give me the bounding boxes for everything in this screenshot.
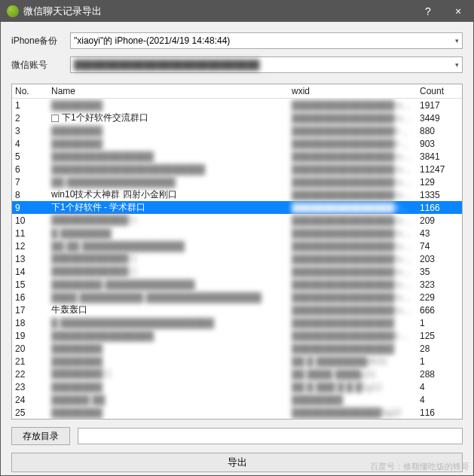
cell-no: 16: [12, 291, 48, 304]
cell-no: 24: [12, 393, 48, 407]
cell-wxid: ████████████████troom: [289, 137, 417, 151]
backup-row: iPhone备份 "xiaoyi"的 iPhone-(2021/4/19 14:…: [11, 32, 463, 49]
backup-select[interactable]: "xiaoyi"的 iPhone-(2021/4/19 14:48:44) ▾: [70, 32, 463, 49]
cell-count: 323: [417, 278, 462, 291]
cell-no: 21: [12, 355, 48, 368]
cell-no: 19: [12, 329, 48, 343]
table-row[interactable]: 1████████████████████████room1917: [12, 99, 462, 111]
table-row[interactable]: 25██████████████████████5g22116: [12, 406, 462, 419]
table-row[interactable]: 16████ ██████████ ██████████████████████…: [12, 291, 462, 304]
table-row[interactable]: 10████████████口████████████████room209: [12, 214, 462, 227]
cell-count: 28: [417, 342, 462, 355]
app-icon: [7, 5, 19, 17]
cell-no: 10: [12, 214, 48, 227]
table-row[interactable]: 3████████████████████████troom880: [12, 124, 462, 137]
cell-wxid: ██ █ ███ █ █ █1g12: [289, 380, 417, 394]
account-select[interactable]: █████████████████████████████ ▾: [70, 56, 463, 73]
cell-name: ████████████████████████: [48, 163, 289, 176]
cell-no: 13: [12, 252, 48, 266]
th-count[interactable]: Count: [417, 84, 462, 98]
table-row[interactable]: 2下1个好软件交流群口████████████████room3449: [12, 111, 462, 124]
cell-no: 17: [12, 304, 48, 317]
cell-no: 4: [12, 137, 48, 151]
cell-no: 6: [12, 163, 48, 176]
cell-wxid: ████████████████room: [289, 111, 417, 125]
window-title: 微信聊天记录导出: [23, 5, 413, 18]
cell-wxid: ████████████████room: [289, 163, 417, 176]
cell-wxid: ████████████████room: [289, 175, 417, 189]
cell-name: █ ████████████████████████: [48, 316, 289, 330]
cell-count: 74: [417, 240, 462, 253]
table-row[interactable]: 19████████████████████████████████troom1…: [12, 329, 462, 342]
cell-count: 1: [417, 355, 462, 368]
cell-name: ████████████████: [48, 329, 289, 343]
th-name[interactable]: Name: [48, 84, 289, 98]
cell-no: 15: [12, 278, 48, 291]
cell-no: 2: [12, 111, 48, 125]
cell-count: 209: [417, 214, 462, 227]
cell-name: ████████: [48, 380, 289, 394]
cell-name: ████████: [48, 342, 289, 355]
save-dir-button[interactable]: 存放目录: [11, 427, 70, 445]
table-row[interactable]: 24██████ ██████████4: [12, 393, 462, 406]
table-row[interactable]: 5████████████████████████████████room384…: [12, 150, 462, 163]
cell-name: ████ ██████████ ██████████████████: [48, 291, 289, 304]
cell-count: 43: [417, 227, 462, 240]
cell-count: 666: [417, 304, 462, 317]
chat-table: No. Name wxid Count 1███████████████████…: [11, 84, 463, 420]
close-button[interactable]: ×: [443, 1, 473, 22]
cell-count: 903: [417, 137, 462, 151]
cell-wxid: ████████████████room: [289, 188, 417, 202]
cell-no: 18: [12, 316, 48, 330]
table-row[interactable]: 14████████████口████████████████room35: [12, 265, 462, 278]
cell-name: ██ █████████████████: [48, 175, 289, 189]
table-row[interactable]: 17牛轰轰口████████████████room666: [12, 304, 462, 316]
table-row[interactable]: 11█ ████████████████████████room43: [12, 227, 462, 240]
table-row[interactable]: 4████████████████████████troom903: [12, 137, 462, 150]
cell-count: 35: [417, 265, 462, 279]
table-row[interactable]: 15████████ █████████████████████████████…: [12, 278, 462, 291]
cell-count: 1: [417, 316, 462, 330]
cell-count: 116: [417, 406, 462, 420]
cell-wxid: ████████████████room: [289, 214, 417, 227]
cell-count: 1166: [417, 201, 462, 215]
cell-count: 288: [417, 368, 462, 381]
table-row[interactable]: 18█ ████████████████████████████████████…: [12, 316, 462, 329]
table-row[interactable]: 22████████口██ ████ ████p21288: [12, 368, 462, 380]
item-icon: [51, 114, 59, 122]
cell-name: ████████: [48, 99, 289, 112]
cell-wxid: ████████████████room: [289, 278, 417, 291]
cell-count: 203: [417, 252, 462, 266]
cell-no: 25: [12, 406, 48, 420]
cell-name: ████████████████: [48, 150, 289, 163]
cell-wxid: ████████████████troom: [289, 329, 417, 343]
table-row[interactable]: 23██████████ █ ███ █ █ █1g124: [12, 380, 462, 393]
cell-no: 5: [12, 150, 48, 163]
save-dir-input[interactable]: [78, 428, 463, 444]
th-no[interactable]: No.: [12, 84, 48, 98]
cell-no: 20: [12, 342, 48, 355]
th-wxid[interactable]: wxid: [289, 84, 417, 98]
cell-no: 14: [12, 265, 48, 279]
account-label: 微信账号: [11, 59, 70, 72]
cell-count: 3449: [417, 111, 462, 125]
table-row[interactable]: 20████████████████████████28: [12, 342, 462, 355]
cell-wxid: ████████████████room: [289, 240, 417, 253]
cell-wxid: ████████████████room: [289, 265, 417, 279]
cell-wxid: ████████████████troom: [289, 201, 417, 215]
backup-label: iPhone备份: [11, 35, 70, 47]
titlebar: 微信聊天记录导出 ? ×: [1, 1, 473, 22]
table-row[interactable]: 7██ █████████████████████████████████roo…: [12, 175, 462, 188]
backup-value: "xiaoyi"的 iPhone-(2021/4/19 14:48:44): [74, 35, 230, 47]
cell-name: ██████ ██: [48, 393, 289, 407]
cell-no: 7: [12, 175, 48, 189]
table-body[interactable]: 1████████████████████████room19172下1个好软件…: [12, 99, 462, 419]
cell-no: 9: [12, 201, 48, 215]
cell-wxid: ████████████████: [289, 342, 417, 355]
table-row[interactable]: 6███████████████████████████████████████…: [12, 163, 462, 175]
cell-name: ████████: [48, 137, 289, 151]
help-button[interactable]: ?: [413, 1, 443, 22]
cell-count: 4: [417, 393, 462, 407]
cell-count: 11247: [417, 163, 462, 176]
path-row: 存放目录: [11, 427, 463, 445]
